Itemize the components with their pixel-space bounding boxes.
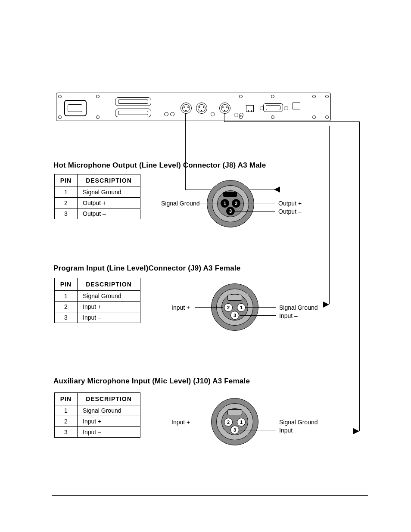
dsub-slot-icon	[115, 109, 151, 117]
diagram-label: Input –	[279, 427, 298, 434]
table-row: 3Output –	[55, 208, 140, 219]
xlr-j8-icon	[181, 103, 192, 114]
col-header: PIN	[55, 393, 78, 405]
col-header: PIN	[55, 278, 78, 291]
page: Hot Microphone Output (Line Level) Conne…	[0, 0, 411, 532]
diagram-label: Output –	[278, 208, 302, 215]
diagram-label: Signal Ground	[279, 419, 318, 426]
pin-label: 3	[230, 426, 239, 434]
xlr-diagram-male: 1 2 3 Signal Ground Output + Output –	[164, 180, 302, 232]
rj-port-icon	[293, 103, 300, 109]
section-title: Hot Microphone Output (Line Level) Conne…	[53, 161, 266, 170]
pin-label: 1	[237, 303, 246, 312]
footer-rule	[52, 495, 368, 496]
pin-label: 3	[230, 311, 239, 320]
col-header: DESCRIPTION	[78, 174, 140, 187]
pin-table: PINDESCRIPTION 1Signal Ground 2Output + …	[54, 174, 140, 219]
diagram-label: Input +	[171, 419, 190, 426]
db9-port-icon	[263, 103, 283, 112]
power-inlet-icon	[64, 100, 87, 116]
table-row: 1Signal Ground	[55, 187, 140, 198]
rear-panel	[56, 93, 331, 121]
pin-table: PINDESCRIPTION 1Signal Ground 2Input + 3…	[54, 392, 140, 438]
rj-port-icon	[246, 105, 254, 112]
diagram-label: Output +	[278, 200, 302, 207]
xlr-diagram-female: 2 1 3 Input + Signal Ground Input –	[168, 398, 306, 450]
xlr-j10-icon	[219, 103, 230, 114]
dsub-slot-icon	[115, 97, 151, 106]
diagram-label: Signal Ground	[279, 304, 318, 311]
pin-label: 2	[224, 303, 233, 312]
diagram-label: Signal Ground	[161, 200, 200, 207]
pin-label: 1	[221, 199, 229, 208]
table-row: 2Input +	[55, 302, 140, 312]
col-header: DESCRIPTION	[78, 278, 140, 291]
table-row: 3Input –	[55, 312, 140, 323]
diagram-label: Input +	[171, 304, 190, 311]
pin-label: 2	[224, 418, 233, 426]
pin-label: 3	[226, 207, 235, 215]
table-row: 1Signal Ground	[55, 291, 140, 302]
xlr-diagram-female: 2 1 3 Input + Signal Ground Input –	[168, 283, 306, 335]
col-header: DESCRIPTION	[78, 393, 140, 405]
section-title: Auxiliary Microphone Input (Mic Level) (…	[53, 377, 250, 386]
table-row: 3Input –	[55, 427, 140, 438]
pin-table: PINDESCRIPTION 1Signal Ground 2Input + 3…	[54, 278, 140, 323]
section-title: Program Input (Line Level)Connector (J9)…	[53, 264, 240, 273]
pin-label: 2	[232, 199, 240, 208]
pin-label: 1	[237, 418, 246, 426]
table-row: 2Output +	[55, 198, 140, 208]
table-row: 1Signal Ground	[55, 405, 140, 416]
diagram-label: Input –	[279, 312, 298, 319]
xlr-j9-icon	[196, 103, 207, 114]
col-header: PIN	[55, 174, 78, 187]
table-row: 2Input +	[55, 416, 140, 427]
